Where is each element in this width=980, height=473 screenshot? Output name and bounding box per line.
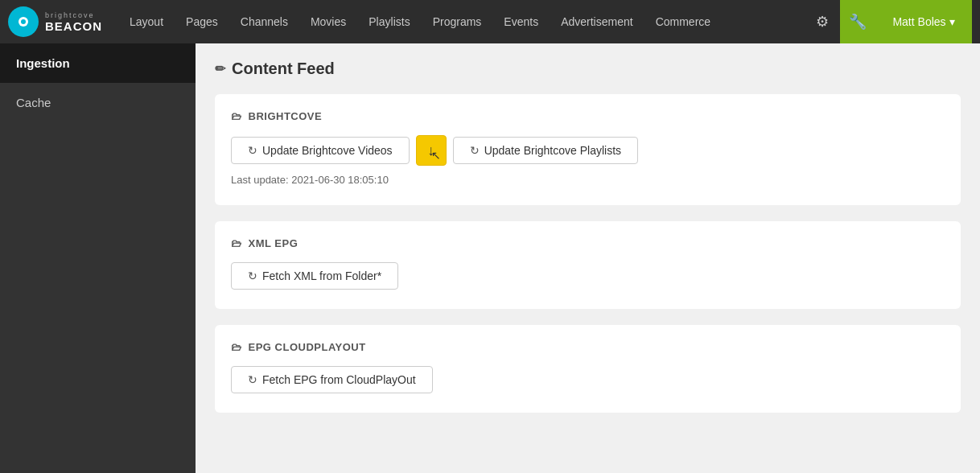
xml-epg-section-header: 🗁 XML EPG	[231, 237, 945, 249]
refresh-icon-epg: ↻	[248, 373, 257, 386]
update-videos-button[interactable]: ↻ Update Brightcove Videos	[231, 137, 410, 164]
brightcove-buttons-row: ↻ Update Brightcove Videos ↓ ↖ ↻ Update …	[231, 135, 945, 166]
refresh-icon-playlists: ↻	[470, 144, 480, 157]
xml-epg-section: 🗁 XML EPG ↻ Fetch XML from Folder*	[215, 221, 961, 309]
app-layout: Ingestion Cache ✏ Content Feed 🗁 Brightc…	[0, 43, 980, 473]
fetch-xml-button[interactable]: ↻ Fetch XML from Folder*	[231, 262, 398, 290]
nav-links: Layout Pages Channels Movies Playlists P…	[118, 0, 805, 43]
svg-point-2	[21, 19, 26, 24]
last-update-text: Last update: 2021-06-30 18:05:10	[231, 174, 945, 186]
logo-text: BEACON	[45, 19, 102, 33]
epg-cloudplayout-section-header: 🗁 EPG CLOUDPLAYOUT	[231, 341, 945, 353]
logo-area: brightcove BEACON	[8, 6, 118, 37]
epg-cloudplayout-section: 🗁 EPG CLOUDPLAYOUT ↻ Fetch EPG from Clou…	[215, 325, 961, 413]
download-button[interactable]: ↓ ↖	[416, 135, 447, 166]
nav-events[interactable]: Events	[492, 0, 550, 43]
folder-icon-epg: 🗁	[231, 341, 242, 353]
brightcove-section-header: 🗁 Brightcove	[231, 110, 945, 122]
settings-icon-btn[interactable]: ⚙	[805, 0, 840, 43]
nav-programs[interactable]: Programs	[422, 0, 493, 43]
page-title-area: ✏ Content Feed	[215, 60, 961, 78]
refresh-icon-xml: ↻	[248, 269, 257, 282]
xml-epg-buttons-row: ↻ Fetch XML from Folder*	[231, 262, 945, 290]
folder-icon-brightcove: 🗁	[231, 110, 242, 122]
sidebar-item-ingestion[interactable]: Ingestion	[0, 43, 196, 83]
fetch-epg-button[interactable]: ↻ Fetch EPG from CloudPlayOut	[231, 366, 433, 393]
top-nav: brightcove BEACON Layout Pages Channels …	[0, 0, 980, 43]
brightcove-section: 🗁 Brightcove ↻ Update Brightcove Videos …	[215, 94, 961, 205]
pencil-icon: ✏	[215, 61, 225, 76]
logo-icon	[8, 6, 39, 37]
refresh-icon-videos: ↻	[248, 144, 257, 157]
nav-right-icons: ⚙ 🔧 Matt Boles ▾	[805, 0, 972, 43]
update-playlists-button[interactable]: ↻ Update Brightcove Playlists	[453, 137, 638, 164]
wrench-icon-btn[interactable]: 🔧	[840, 0, 875, 43]
nav-pages[interactable]: Pages	[175, 0, 229, 43]
logo-sub: brightcove	[45, 11, 102, 19]
nav-layout[interactable]: Layout	[118, 0, 175, 43]
sidebar-item-cache[interactable]: Cache	[0, 83, 196, 122]
folder-icon-xml: 🗁	[231, 237, 242, 249]
nav-channels[interactable]: Channels	[229, 0, 299, 43]
main-content: ✏ Content Feed 🗁 Brightcove ↻ Update Bri…	[196, 43, 980, 473]
page-title: Content Feed	[232, 60, 335, 78]
sidebar: Ingestion Cache	[0, 43, 196, 473]
nav-advertisement[interactable]: Advertisement	[550, 0, 644, 43]
nav-movies[interactable]: Movies	[299, 0, 357, 43]
epg-cloudplayout-buttons-row: ↻ Fetch EPG from CloudPlayOut	[231, 366, 945, 393]
nav-commerce[interactable]: Commerce	[644, 0, 722, 43]
nav-playlists[interactable]: Playlists	[357, 0, 421, 43]
user-menu-btn[interactable]: Matt Boles ▾	[875, 0, 972, 43]
cursor-indicator: ↖	[431, 149, 441, 162]
